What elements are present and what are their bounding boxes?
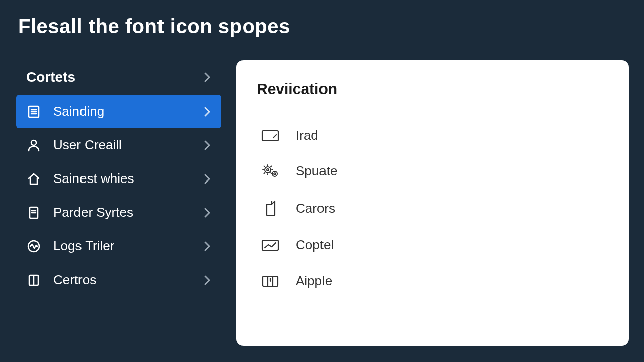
sidebar-item-label: Logs Triler [53,238,114,254]
sidebar-item-user-creaill[interactable]: User Creaill [16,128,221,162]
chevron-right-icon [203,173,211,185]
sidebar-header[interactable]: Cortets [16,60,221,95]
file-icon [261,199,281,217]
package-icon [26,273,41,288]
sidebar-item-label: Parder Syrtes [53,205,133,220]
panel-item-coptel[interactable]: Coptel [257,227,609,263]
home-icon [26,171,41,187]
sidebar-item-logs-triler[interactable]: Logs Triler [16,229,221,263]
document-icon [26,205,41,220]
panel-item-label: Irad [296,128,318,143]
sidebar-item-label: User Creaill [53,137,122,153]
sidebar-item-label: Sainding [53,104,104,119]
chevron-right-icon [203,139,211,151]
sidebar-item-label: Sainest whies [53,171,134,187]
panel-list: Irad Spuate Carors [257,118,609,299]
columns-icon [261,274,281,289]
panel-item-aipple[interactable]: Aipple [257,263,609,299]
chevron-right-icon [203,240,211,252]
svg-point-9 [274,173,276,175]
panel-item-label: Aipple [296,273,332,289]
svg-point-1 [31,140,36,145]
panel-item-spuate[interactable]: Spuate [257,153,609,189]
panel-item-label: Coptel [296,237,334,253]
sidebar-item-sainest-whies[interactable]: Sainest whies [16,162,221,196]
user-icon [26,138,41,153]
main-panel: Reviication Irad Spuate [236,60,629,346]
sidebar-item-label: Certros [53,272,96,288]
chart-icon [261,238,281,253]
svg-rect-10 [262,240,278,250]
gears-icon [261,164,281,179]
sidebar-item-certros[interactable]: Certros [16,263,221,297]
panel-item-label: Spuate [296,163,337,179]
chevron-right-icon [203,207,211,219]
svg-point-6 [265,167,271,173]
activity-icon [26,239,41,254]
panel-item-irad[interactable]: Irad [257,118,609,153]
chevron-right-icon [203,274,211,286]
chevron-right-icon [203,71,211,83]
sidebar-header-label: Cortets [26,69,75,85]
sidebar-item-sainding[interactable]: Sainding [16,95,221,128]
panel-item-carors[interactable]: Carors [257,189,609,227]
panel-item-label: Carors [296,201,335,216]
sidebar-item-parder-syrtes[interactable]: Parder Syrtes [16,196,221,229]
svg-point-8 [272,171,277,176]
chevron-right-icon [203,106,211,118]
list-icon [26,104,41,119]
page-title: Flesall the font icon spopes [18,15,290,38]
panel-title: Reviication [257,80,609,98]
sidebar: Cortets Sainding [16,60,221,297]
tablet-edit-icon [261,128,281,143]
svg-point-7 [267,169,269,171]
